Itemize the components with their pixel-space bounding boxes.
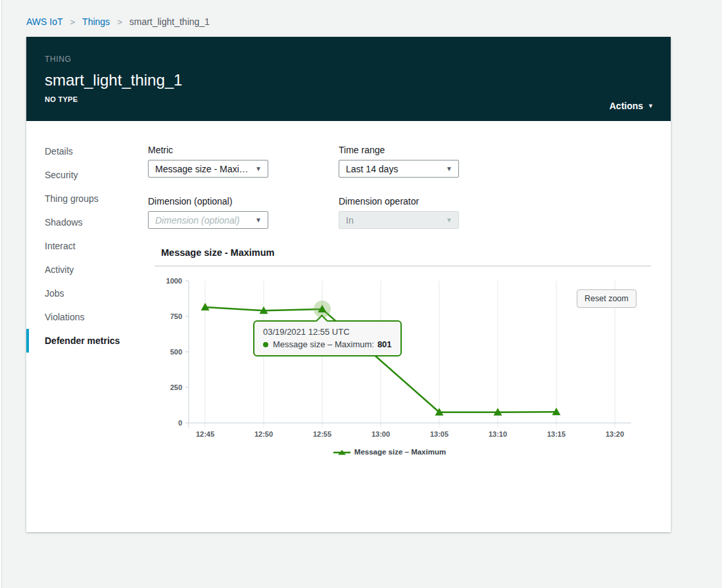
filters-row-1: Metric Message size - Maxi… ▼ Time range… (148, 145, 671, 178)
legend-label: Message size – Maximum (354, 448, 446, 456)
metric-select[interactable]: Message size - Maxi… ▼ (148, 160, 268, 178)
x-axis-tick-label: 13:05 (430, 430, 448, 438)
tooltip-series-line: Message size – Maximum: 801 (263, 339, 392, 349)
metric-label: Metric (148, 145, 268, 155)
chevron-down-icon: ▼ (446, 216, 452, 224)
chart-title: Message size - Maximum (161, 247, 671, 258)
tooltip-series-label: Message size – Maximum: (273, 339, 374, 349)
actions-button-label: Actions (610, 101, 643, 111)
breadcrumb-separator-icon: > (117, 17, 122, 27)
breadcrumb-link-aws-iot[interactable]: AWS IoT (26, 16, 63, 27)
y-axis-tick-label: 250 (170, 383, 182, 391)
y-axis-tick-label: 750 (170, 312, 182, 320)
time-range-label: Time range (339, 145, 459, 155)
actions-button[interactable]: Actions ▼ (610, 101, 654, 111)
breadcrumb-separator-icon: > (70, 17, 76, 27)
sidebar-item-defender-metrics[interactable]: Defender metrics (26, 329, 148, 353)
thing-type-label: NO TYPE (45, 95, 652, 103)
sidebar-item-security[interactable]: Security (26, 163, 148, 187)
metric-field: Metric Message size - Maxi… ▼ (148, 145, 268, 178)
dimension-select[interactable]: Dimension (optional) ▼ (148, 211, 268, 229)
dimension-operator-value: In (346, 215, 354, 226)
time-range-select[interactable]: Last 14 days ▼ (339, 160, 459, 178)
x-axis-tick-label: 13:20 (606, 430, 624, 438)
series-dot-icon (263, 342, 268, 347)
sidebar-item-activity[interactable]: Activity (26, 258, 148, 282)
chart-tooltip: 03/19/2021 12:55 UTC Message size – Maxi… (253, 320, 402, 356)
legend-item[interactable]: Message size – Maximum (333, 448, 446, 456)
dimension-label: Dimension (optional) (148, 196, 268, 207)
dimension-operator-select: In ▼ (339, 211, 459, 229)
page-title: smart_light_thing_1 (45, 71, 652, 89)
breadcrumb: AWS IoT > Things > smart_light_thing_1 (0, 0, 722, 37)
time-range-select-value: Last 14 days (346, 164, 398, 174)
tooltip-value: 801 (377, 339, 392, 349)
dimension-operator-label: Dimension operator (339, 196, 459, 207)
time-range-field: Time range Last 14 days ▼ (339, 145, 459, 178)
sidebar-item-interact[interactable]: Interact (26, 234, 148, 258)
card-body: Details Security Thing groups Shadows In… (26, 121, 671, 532)
dimension-operator-field: Dimension operator In ▼ (339, 196, 459, 229)
collapsed-nav-divider (0, 0, 2, 588)
x-axis-tick-label: 13:15 (547, 430, 566, 438)
breadcrumb-link-things[interactable]: Things (82, 16, 110, 27)
sidebar-item-thing-groups[interactable]: Thing groups (26, 187, 148, 210)
y-axis-tick-label: 0 (178, 419, 182, 427)
x-axis-tick-label: 13:00 (372, 430, 390, 438)
chevron-down-icon: ▼ (648, 103, 654, 109)
breadcrumb-current-page: smart_light_thing_1 (130, 16, 210, 27)
x-axis-tick-label: 13:10 (489, 430, 507, 438)
sidebar-item-jobs[interactable]: Jobs (26, 282, 148, 305)
reset-zoom-button[interactable]: Reset zoom (577, 289, 637, 308)
chart-legend: Message size – Maximum (148, 448, 631, 456)
chevron-down-icon: ▼ (255, 165, 262, 172)
chevron-down-icon: ▼ (255, 216, 262, 224)
dimension-field: Dimension (optional) Dimension (optional… (148, 196, 268, 229)
series-triangle-marker-icon (333, 448, 350, 456)
sidebar-item-details[interactable]: Details (26, 139, 148, 163)
sidebar-item-violations[interactable]: Violations (26, 305, 148, 329)
metric-select-value: Message size - Maxi… (155, 164, 249, 174)
y-axis-tick-label: 1000 (166, 277, 182, 285)
thing-detail-card: THING smart_light_thing_1 NO TYPE Action… (26, 37, 671, 532)
x-axis-tick-label: 12:50 (254, 430, 273, 438)
x-axis-tick-label: 12:45 (196, 430, 214, 438)
thing-eyebrow-label: THING (45, 55, 652, 64)
y-axis-tick-label: 500 (170, 348, 182, 356)
sidebar-item-shadows[interactable]: Shadows (26, 210, 148, 234)
metrics-chart[interactable]: 12:4512:5012:5513:0013:0513:1013:1513:20… (148, 274, 671, 440)
thing-header: THING smart_light_thing_1 NO TYPE Action… (26, 37, 671, 121)
chevron-down-icon: ▼ (446, 165, 452, 172)
thing-nav-sidebar: Details Security Thing groups Shadows In… (26, 121, 148, 532)
dimension-select-placeholder: Dimension (optional) (155, 215, 239, 226)
filters-row-2: Dimension (optional) Dimension (optional… (148, 196, 671, 229)
section-divider (155, 266, 651, 266)
defender-metrics-pane: Metric Message size - Maxi… ▼ Time range… (148, 121, 671, 532)
x-axis-tick-label: 12:55 (313, 430, 331, 438)
tooltip-timestamp: 03/19/2021 12:55 UTC (263, 327, 392, 337)
